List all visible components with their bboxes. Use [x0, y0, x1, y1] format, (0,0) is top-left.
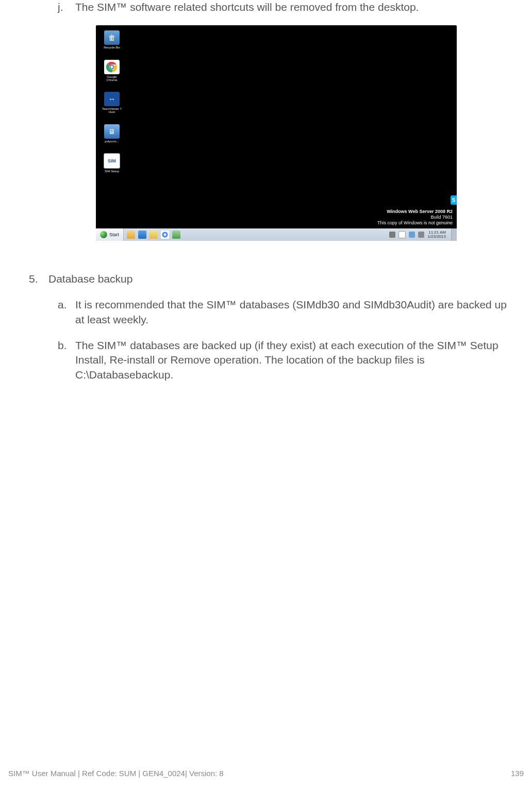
document-page: j. The SIM™ software related shortcuts w…: [0, 0, 532, 382]
chrome-icon: [104, 60, 120, 74]
start-button[interactable]: Start: [96, 228, 124, 241]
tray-network-icon[interactable]: [409, 232, 415, 238]
desktop-icon-teamviewer[interactable]: ↔ TeamViewer 7 Host: [102, 92, 122, 114]
taskbar-app-icon[interactable]: [138, 231, 146, 239]
clock-date: 1/23/2013: [427, 235, 446, 239]
desktop-icon-label: Google Chrome: [102, 75, 122, 82]
embedded-screenshot: 🗑 Recycle Bin Google Chrome: [96, 25, 457, 241]
windows-watermark: Windows Web Server 2008 R2 Build 7601 Th…: [377, 209, 453, 225]
desktop-icon-sim-setup[interactable]: SIM SIM Setup: [102, 153, 122, 173]
desktop-icon-label: polycom...: [105, 140, 119, 143]
polycom-icon: 🖥: [104, 124, 120, 139]
taskbar-app-icon[interactable]: [149, 231, 158, 239]
show-desktop-button[interactable]: [451, 228, 457, 241]
desktop-icon-recycle-bin[interactable]: 🗑 Recycle Bin: [102, 30, 122, 49]
taskbar-app-icon[interactable]: [161, 231, 169, 239]
watermark-line1: Windows Web Server 2008 R2: [377, 209, 453, 215]
taskbar-clock[interactable]: 11:21 AM 1/23/2013: [427, 231, 448, 239]
sim-setup-icon: SIM: [104, 153, 120, 169]
section-subitems: a. It is recommended that the SIM™ datab…: [58, 298, 511, 382]
quick-launch: [124, 231, 184, 239]
windows-orb-icon: [100, 231, 107, 238]
desktop-icon-polycom[interactable]: 🖥 polycom...: [102, 124, 122, 143]
subitem-marker: a.: [58, 298, 75, 327]
page-footer: SIM™ User Manual | Ref Code: SUM | GEN4_…: [0, 769, 532, 778]
list-marker: j.: [58, 0, 75, 14]
teamviewer-icon: ↔: [104, 92, 120, 106]
subitem-b: b. The SIM™ databases are backed up (if …: [58, 338, 511, 382]
list-text: The SIM™ software related shortcuts will…: [75, 0, 511, 14]
section-heading-row: 5. Database backup: [29, 273, 511, 285]
svg-point-4: [164, 234, 167, 236]
subitem-text: The SIM™ databases are backed up (if the…: [75, 338, 511, 382]
subitem-marker: b.: [58, 338, 75, 382]
recycle-bin-icon: 🗑: [104, 30, 120, 45]
footer-left: SIM™ User Manual | Ref Code: SUM | GEN4_…: [8, 769, 224, 778]
tray-volume-icon[interactable]: [418, 232, 424, 238]
subitem-a: a. It is recommended that the SIM™ datab…: [58, 298, 511, 327]
skype-tab-icon[interactable]: S: [451, 195, 457, 205]
desktop-icon-chrome[interactable]: Google Chrome: [102, 60, 122, 82]
subitem-text: It is recommended that the SIM™ database…: [75, 298, 511, 327]
desktop-icon-label: Recycle Bin: [104, 46, 120, 49]
taskbar: Start 11:21 AM 1/23/2013: [96, 228, 457, 241]
section-title: Database backup: [48, 273, 132, 285]
section-number: 5.: [29, 273, 48, 285]
taskbar-app-icon[interactable]: [127, 231, 135, 239]
list-item-j: j. The SIM™ software related shortcuts w…: [58, 0, 511, 14]
tray-icon[interactable]: [389, 232, 395, 238]
watermark-line2: Build 7601: [377, 215, 453, 220]
desktop-icon-label: SIM Setup: [105, 170, 119, 173]
taskbar-app-icon[interactable]: [172, 231, 180, 239]
tray-flag-icon[interactable]: [398, 231, 406, 238]
footer-page-number: 139: [511, 769, 524, 778]
watermark-line3: This copy of Windows is not genuine: [377, 220, 453, 226]
start-label: Start: [109, 232, 119, 237]
desktop-icons-column: 🗑 Recycle Bin Google Chrome: [102, 30, 122, 173]
section-database-backup: 5. Database backup a. It is recommended …: [29, 273, 511, 382]
desktop-icon-label: TeamViewer 7 Host: [102, 107, 122, 114]
svg-point-2: [111, 65, 113, 68]
system-tray: 11:21 AM 1/23/2013: [386, 231, 451, 239]
